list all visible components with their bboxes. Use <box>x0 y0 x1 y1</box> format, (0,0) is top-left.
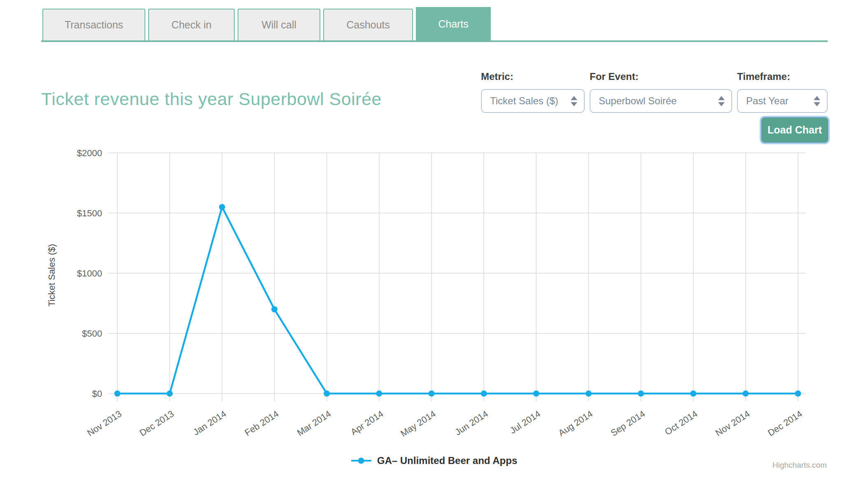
svg-text:Dec 2014: Dec 2014 <box>766 408 804 438</box>
tab-charts[interactable]: Charts <box>416 7 491 40</box>
svg-text:Jul 2014: Jul 2014 <box>508 408 542 436</box>
page-title: Ticket revenue this year Superbowl Soiré… <box>41 89 382 109</box>
svg-text:$0: $0 <box>92 389 102 399</box>
event-selected-value: Superbowl Soirée <box>599 95 677 107</box>
svg-text:Oct 2014: Oct 2014 <box>663 408 699 437</box>
tab-underline <box>41 40 828 42</box>
svg-text:Aug 2014: Aug 2014 <box>556 408 595 438</box>
tab-label: Cashouts <box>346 19 390 31</box>
load-chart-button[interactable]: Load Chart <box>761 117 828 143</box>
series-line <box>117 207 798 394</box>
tab-label: Will call <box>261 19 296 31</box>
series-markers[interactable] <box>114 204 801 397</box>
metric-control: Metric: Ticket Sales ($) <box>481 71 585 113</box>
svg-text:Apr 2014: Apr 2014 <box>349 408 385 437</box>
svg-text:May 2014: May 2014 <box>399 408 438 439</box>
timeframe-label: Timeframe: <box>737 71 828 82</box>
tab-bar: Transactions Check in Will call Cashouts… <box>41 9 828 42</box>
y-axis-title: Ticket Sales ($) <box>47 244 57 307</box>
svg-text:Nov 2013: Nov 2013 <box>85 408 124 438</box>
revenue-line-chart: $0$500$1000$1500$2000Nov 2013Dec 2013Jan… <box>0 144 868 457</box>
svg-text:Dec 2013: Dec 2013 <box>138 408 176 438</box>
event-label: For Event: <box>590 71 732 82</box>
metric-label: Metric: <box>481 71 585 82</box>
tab-label: Check in <box>171 19 211 31</box>
tab-cashouts[interactable]: Cashouts <box>323 9 413 40</box>
svg-text:$1000: $1000 <box>77 268 102 279</box>
tab-label: Transactions <box>65 19 123 31</box>
timeframe-select[interactable]: Past Year <box>737 89 828 113</box>
tab-transactions[interactable]: Transactions <box>42 9 145 40</box>
svg-text:$1500: $1500 <box>77 208 102 218</box>
charts-page: Transactions Check in Will call Cashouts… <box>0 0 868 478</box>
legend-item[interactable]: GA– Unlimited Beer and Apps <box>0 452 868 469</box>
legend-series-label: GA– Unlimited Beer and Apps <box>377 455 518 466</box>
highcharts-credit[interactable]: Highcharts.com <box>772 461 827 470</box>
metric-select[interactable]: Ticket Sales ($) <box>481 89 585 113</box>
chart-gridlines <box>108 153 806 401</box>
tab-label: Charts <box>438 18 469 30</box>
updown-arrows-icon <box>571 96 577 106</box>
svg-text:Jan 2014: Jan 2014 <box>191 408 228 437</box>
event-control: For Event: Superbowl Soirée <box>590 71 732 113</box>
timeframe-selected-value: Past Year <box>746 95 789 107</box>
svg-text:Jun 2014: Jun 2014 <box>453 408 490 437</box>
tab-check-in[interactable]: Check in <box>148 9 235 40</box>
metric-selected-value: Ticket Sales ($) <box>490 95 558 107</box>
svg-text:$500: $500 <box>82 328 102 339</box>
y-axis-labels: $0$500$1000$1500$2000 <box>77 148 102 399</box>
tab-will-call[interactable]: Will call <box>238 9 320 40</box>
legend-marker-icon <box>351 457 372 465</box>
svg-text:Feb 2014: Feb 2014 <box>243 408 281 438</box>
svg-text:Mar 2014: Mar 2014 <box>295 408 333 438</box>
svg-text:Sep 2014: Sep 2014 <box>609 408 647 438</box>
updown-arrows-icon <box>814 96 820 106</box>
svg-text:Nov 2014: Nov 2014 <box>714 408 752 438</box>
x-axis-labels: Nov 2013Dec 2013Jan 2014Feb 2014Mar 2014… <box>85 408 804 439</box>
updown-arrows-icon <box>718 96 725 106</box>
event-select[interactable]: Superbowl Soirée <box>590 89 732 113</box>
svg-text:$2000: $2000 <box>77 148 102 158</box>
timeframe-control: Timeframe: Past Year <box>737 71 828 113</box>
